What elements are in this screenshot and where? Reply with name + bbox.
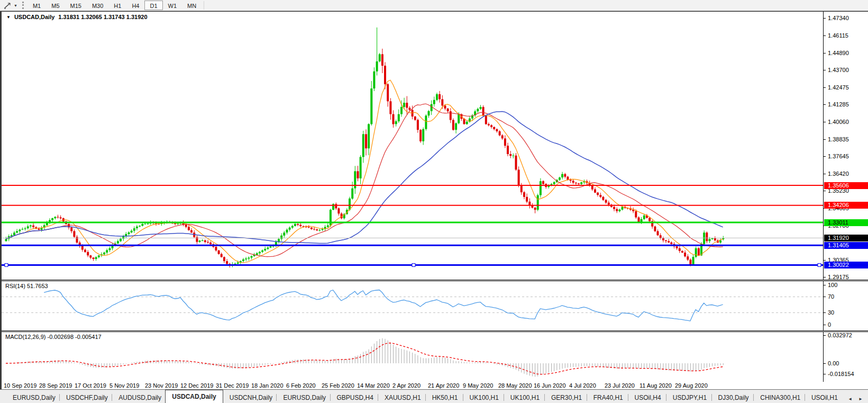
current-price-label: 1.31920 bbox=[824, 235, 868, 241]
macd-tick-label: 0.032972 bbox=[824, 332, 852, 338]
trendline-tool-icon[interactable] bbox=[2, 1, 13, 10]
rsi-tick-label: 100 bbox=[824, 282, 837, 288]
chart-title: ▼ USDCAD,Daily 1.31831 1.32065 1.31743 1… bbox=[6, 14, 148, 20]
price-tick-label: 1.43700 bbox=[824, 67, 849, 73]
tab-scroll-buttons: ◄► bbox=[843, 397, 868, 403]
date-label: 28 Sep 2019 bbox=[39, 382, 72, 389]
chart-tab-uk100-h1[interactable]: UK100,H1 bbox=[504, 392, 544, 403]
chart-tab-fra40-h1[interactable]: FRA40,H1 bbox=[587, 392, 628, 403]
date-label: 5 Nov 2019 bbox=[109, 382, 139, 389]
hline-price-label: 1.35606 bbox=[824, 182, 868, 189]
price-tick-label: 1.38835 bbox=[824, 136, 849, 142]
chart-ohlc-values: 1.31831 1.32065 1.31743 1.31920 bbox=[58, 14, 147, 20]
date-label: 21 Apr 2020 bbox=[428, 382, 459, 389]
timeframe-buttons: M1M5M15M30H1H4D1W1MN bbox=[28, 1, 206, 10]
date-label: 9 May 2020 bbox=[463, 382, 493, 389]
timeframe-button-m30[interactable]: M30 bbox=[87, 1, 108, 10]
date-label: 31 Dec 2019 bbox=[216, 382, 249, 389]
hline-price-label: 1.31405 bbox=[824, 242, 868, 249]
chart-tab-bar: EURUSD,DailyUSDCHF,DailyAUDUSD,DailyUSDC… bbox=[0, 389, 868, 403]
price-chart-panel[interactable]: ▼ USDCAD,Daily 1.31831 1.32065 1.31743 1… bbox=[2, 12, 868, 280]
price-tick-label: 1.37645 bbox=[824, 153, 849, 159]
date-label: 17 Oct 2019 bbox=[75, 382, 106, 389]
timeframe-button-m1[interactable]: M1 bbox=[28, 1, 46, 10]
chart-tab-usdchf-daily[interactable]: USDCHF,Daily bbox=[60, 392, 112, 403]
date-axis[interactable]: 10 Sep 201928 Sep 201917 Oct 20195 Nov 2… bbox=[2, 382, 868, 389]
price-tick-label: 1.36420 bbox=[824, 171, 849, 177]
date-label: 23 Nov 2019 bbox=[145, 382, 178, 389]
price-tick-label: 1.41285 bbox=[824, 101, 849, 108]
date-label: 14 Mar 2020 bbox=[357, 382, 390, 389]
hline-price-label: 1.30022 bbox=[824, 262, 868, 268]
date-label: 11 Aug 2020 bbox=[639, 382, 672, 389]
toolbar-grip[interactable] bbox=[22, 2, 24, 9]
price-tick-label: 1.29175 bbox=[824, 274, 849, 280]
macd-tick-label: 0.00 bbox=[824, 360, 839, 366]
price-chart-plot[interactable] bbox=[2, 12, 824, 280]
timeframe-button-d1[interactable]: D1 bbox=[144, 1, 162, 10]
date-label: 16 Jun 2020 bbox=[534, 382, 566, 389]
rsi-panel[interactable]: RSI(14) 51.7653 10070300 bbox=[2, 281, 868, 330]
chart-tab-usoil-h1[interactable]: USOil,H1 bbox=[805, 392, 843, 403]
date-label: 6 Feb 2020 bbox=[286, 382, 316, 389]
rsi-label: RSI(14) 51.7653 bbox=[5, 283, 48, 289]
chart-tab-uk100-h1[interactable]: UK100,H1 bbox=[463, 392, 504, 403]
rsi-tick-label: 70 bbox=[824, 293, 834, 300]
price-tick-label: 1.47340 bbox=[824, 15, 849, 21]
price-tick-label: 1.44890 bbox=[824, 50, 849, 56]
chart-tab-usoil-h4[interactable]: USOil,H4 bbox=[628, 392, 666, 403]
date-label: 29 Aug 2020 bbox=[675, 382, 708, 389]
chart-tab-eurusd-daily[interactable]: EURUSD,Daily bbox=[277, 392, 330, 403]
date-label: 4 Jul 2020 bbox=[569, 382, 596, 389]
date-label: 28 May 2020 bbox=[498, 382, 532, 389]
price-tick-label: 1.46115 bbox=[824, 32, 848, 39]
chart-tab-gbpusd-h4[interactable]: GBPUSD,H4 bbox=[331, 392, 378, 403]
hline-price-label: 1.34206 bbox=[824, 202, 868, 209]
price-tick-label: 1.40060 bbox=[824, 119, 849, 125]
chart-tab-dj30-daily[interactable]: DJ30,Daily bbox=[712, 392, 754, 403]
chart-tab-eurusd-daily[interactable]: EURUSD,Daily bbox=[6, 392, 59, 403]
timeframe-button-m5[interactable]: M5 bbox=[46, 1, 65, 10]
chart-tab-usdcnh-daily[interactable]: USDCNH,Daily bbox=[223, 392, 277, 403]
macd-panel[interactable]: MACD(12,26,9) -0.002698 -0.005417 0.0329… bbox=[2, 332, 868, 382]
rsi-tick-label: 30 bbox=[824, 309, 834, 316]
rsi-axis[interactable]: 10070300 bbox=[823, 281, 868, 330]
macd-axis[interactable]: 0.0329720.00-0.018154 bbox=[823, 332, 868, 382]
date-label: 10 Sep 2019 bbox=[4, 382, 36, 389]
chart-symbol-label: USDCAD,Daily bbox=[14, 14, 54, 20]
tool-dropdown-caret[interactable]: ▼ bbox=[14, 4, 17, 7]
price-axis[interactable]: 1.473401.461151.448901.437001.424751.412… bbox=[823, 12, 868, 280]
chart-tab-usdcad-daily[interactable]: USDCAD,Daily bbox=[165, 390, 223, 403]
tab-scroll-right-icon[interactable]: ► bbox=[858, 397, 863, 401]
chart-tab-audusd-daily[interactable]: AUDUSD,Daily bbox=[112, 392, 165, 403]
timeframe-button-h1[interactable]: H1 bbox=[108, 1, 126, 10]
chart-window: ▼ USDCAD,Daily 1.31831 1.32065 1.31743 1… bbox=[0, 11, 868, 403]
chart-tab-xauusd-h1[interactable]: XAUUSD,H1 bbox=[378, 392, 425, 403]
date-label: 25 Feb 2020 bbox=[322, 382, 354, 389]
date-label: 12 Dec 2019 bbox=[180, 382, 213, 389]
symbol-dropdown-arrow[interactable]: ▼ bbox=[6, 15, 11, 20]
chart-tab-china300-h1[interactable]: CHINA300,H1 bbox=[754, 392, 805, 403]
timeframe-button-h4[interactable]: H4 bbox=[126, 1, 144, 10]
timeframe-button-mn[interactable]: MN bbox=[182, 1, 202, 10]
rsi-tick-label: 0 bbox=[824, 321, 831, 328]
toolbar-separator bbox=[204, 1, 204, 10]
chart-tab-ger30-h1[interactable]: GER30,H1 bbox=[545, 392, 587, 403]
mt4-window: ▼ M1M5M15M30H1H4D1W1MN ▼ USDCAD,Daily 1.… bbox=[0, 0, 868, 403]
hline-price-label: 1.33011 bbox=[824, 219, 868, 226]
rsi-plot[interactable] bbox=[2, 281, 824, 330]
timeframe-button-m15[interactable]: M15 bbox=[65, 1, 87, 10]
price-tick-label: 1.42475 bbox=[824, 84, 849, 91]
macd-plot[interactable] bbox=[2, 332, 824, 382]
chart-tab-hk50-h1[interactable]: HK50,H1 bbox=[426, 392, 463, 403]
date-label: 18 Jan 2020 bbox=[251, 382, 284, 389]
date-label: 23 Jul 2020 bbox=[605, 382, 635, 389]
date-label: 2 Apr 2020 bbox=[392, 382, 421, 389]
chart-tab-usdjpy-h1[interactable]: USDJPY,H1 bbox=[666, 392, 711, 403]
timeframe-toolbar: ▼ M1M5M15M30H1H4D1W1MN bbox=[0, 0, 868, 11]
macd-label: MACD(12,26,9) -0.002698 -0.005417 bbox=[5, 334, 102, 340]
timeframe-button-w1[interactable]: W1 bbox=[163, 1, 182, 10]
macd-tick-label: -0.018154 bbox=[824, 371, 854, 377]
tab-scroll-left-icon[interactable]: ◄ bbox=[848, 397, 852, 401]
